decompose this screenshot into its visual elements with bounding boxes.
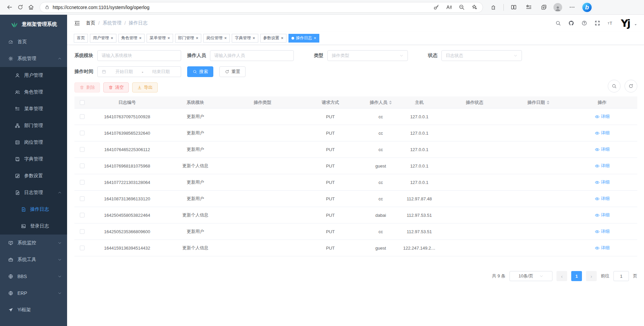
sidebar-item-日志管理[interactable]: 日志管理 [0, 184, 67, 201]
table-search-icon[interactable] [608, 80, 621, 92]
row-checkbox[interactable] [80, 246, 85, 250]
sort-desc-icon[interactable] [547, 103, 549, 106]
address-bar[interactable]: https://ccnetcore.com:1101/system/log/op… [40, 2, 483, 13]
clear-button[interactable]: 清空 [103, 82, 129, 92]
sort-desc-icon[interactable] [389, 103, 392, 106]
export-button[interactable]: 导出 [132, 82, 158, 92]
reset-button[interactable]: 重置 [219, 66, 246, 77]
search-button[interactable]: 搜索 [187, 66, 213, 77]
page-number-1[interactable]: 1 [571, 271, 582, 281]
sidebar-item-菜单管理[interactable]: 菜单管理 [0, 101, 67, 117]
close-icon[interactable]: × [224, 36, 227, 40]
sort-asc-icon[interactable] [389, 99, 392, 102]
tab-字典管理[interactable]: 字典管理× [232, 34, 258, 43]
sidebar-collapse-icon[interactable] [74, 20, 80, 26]
split-screen-icon[interactable] [508, 2, 519, 13]
user-avatar[interactable]: Yj [620, 16, 630, 30]
row-checkbox[interactable] [80, 147, 85, 152]
delete-button[interactable]: 删除 [74, 82, 100, 92]
sidebar-item-用户管理[interactable]: 用户管理 [0, 67, 67, 84]
tab-首页[interactable]: 首页 [74, 34, 88, 43]
url-text[interactable]: https://ccnetcore.com:1101/system/log/op… [53, 5, 429, 10]
detail-link[interactable]: 详细 [595, 146, 610, 152]
detail-link[interactable]: 详细 [595, 163, 610, 169]
tab-角色管理[interactable]: 角色管理× [118, 34, 145, 43]
row-checkbox[interactable] [80, 114, 85, 119]
row-checkbox[interactable] [80, 229, 85, 234]
close-icon[interactable]: × [253, 36, 255, 40]
read-aloud-icon[interactable] [445, 4, 452, 11]
sidebar-item-首页[interactable]: 首页 [0, 34, 67, 50]
close-icon[interactable]: × [196, 36, 199, 40]
sidebar-item-系统监控[interactable]: 系统监控 [0, 235, 67, 251]
tab-参数设置[interactable]: 参数设置× [260, 34, 287, 43]
collections-icon[interactable] [538, 2, 549, 13]
favorites-bar-icon[interactable] [523, 2, 534, 13]
tab-岗位管理[interactable]: 岗位管理× [203, 34, 230, 43]
tab-操作日志[interactable]: 操作日志× [288, 34, 319, 43]
detail-link[interactable]: 详细 [595, 212, 610, 218]
home-icon[interactable] [25, 2, 36, 13]
operator-input[interactable]: 请输入操作人员 [210, 50, 294, 61]
favorite-add-icon[interactable] [471, 4, 478, 11]
sidebar-item-系统工具[interactable]: 系统工具 [0, 251, 67, 268]
sidebar-item-角色管理[interactable]: 角色管理 [0, 84, 67, 101]
font-size-icon[interactable]: TT [607, 20, 614, 26]
close-icon[interactable]: × [167, 36, 170, 40]
sort-asc-icon[interactable] [547, 99, 549, 102]
sidebar-item-系统管理[interactable]: 系统管理 [0, 50, 67, 67]
detail-link[interactable]: 详细 [595, 179, 610, 185]
page-size-select[interactable]: 10条/页 [509, 271, 552, 281]
detail-link[interactable]: 详细 [595, 196, 610, 202]
row-checkbox[interactable] [80, 131, 85, 135]
app-logo[interactable]: 意框架管理系统 [0, 15, 67, 34]
close-icon[interactable]: × [111, 36, 113, 40]
close-icon[interactable]: × [139, 36, 142, 40]
select-all-checkbox[interactable] [80, 100, 85, 105]
table-refresh-icon[interactable] [625, 80, 637, 92]
fullscreen-icon[interactable] [594, 20, 601, 26]
sidebar-item-Yi框架[interactable]: Yi框架 [0, 302, 67, 318]
zoom-out-icon[interactable] [458, 4, 465, 11]
sidebar-item-字典管理[interactable]: 字典管理 [0, 151, 67, 168]
module-input[interactable]: 请输入系统模块 [97, 50, 181, 61]
sort-carets-icon[interactable] [389, 99, 392, 106]
sidebar-item-参数设置[interactable]: 参数设置 [0, 168, 67, 184]
extensions-icon[interactable] [488, 2, 499, 13]
prev-page-button[interactable]: ‹ [556, 271, 567, 281]
row-checkbox[interactable] [80, 180, 85, 185]
password-key-icon[interactable] [432, 4, 440, 11]
avatar-caret-down-icon[interactable] [634, 23, 637, 26]
row-checkbox[interactable] [80, 196, 85, 201]
browser-menu-icon[interactable] [567, 2, 577, 13]
detail-link[interactable]: 详细 [595, 245, 610, 251]
goto-page-input[interactable]: 1 [613, 271, 629, 281]
header-search-icon[interactable] [555, 20, 561, 26]
sidebar-item-BBS[interactable]: BBS [0, 268, 67, 285]
bing-chat-icon[interactable]: b [582, 2, 592, 13]
column-header-操作人员[interactable]: 操作人员 [362, 99, 399, 106]
back-icon[interactable] [4, 2, 15, 13]
refresh-icon[interactable] [15, 2, 25, 13]
close-icon[interactable]: × [281, 36, 284, 40]
sidebar-item-ERP[interactable]: ERP [0, 285, 67, 302]
tab-部门管理[interactable]: 部门管理× [175, 34, 202, 43]
detail-link[interactable]: 详细 [595, 114, 610, 120]
sidebar-item-登录日志[interactable]: 登录日志 [0, 218, 67, 235]
browser-profile-avatar[interactable] [553, 3, 562, 12]
close-icon[interactable]: × [314, 36, 316, 40]
row-checkbox[interactable] [80, 213, 85, 217]
help-icon[interactable] [581, 20, 588, 26]
type-select[interactable]: 操作类型 [327, 50, 408, 61]
tab-菜单管理[interactable]: 菜单管理× [147, 34, 173, 43]
column-header-操作日期[interactable]: 操作日期 [510, 99, 567, 106]
tab-用户管理[interactable]: 用户管理× [90, 34, 116, 43]
github-icon[interactable] [568, 20, 575, 26]
status-select[interactable]: 日志状态 [441, 50, 522, 61]
sidebar-item-部门管理[interactable]: 部门管理 [0, 117, 67, 134]
sidebar-item-操作日志[interactable]: 操作日志 [0, 201, 67, 218]
detail-link[interactable]: 详细 [595, 130, 610, 136]
date-range-input[interactable]: 开始日期 - 结束日期 [97, 66, 181, 77]
sort-carets-icon[interactable] [547, 99, 549, 106]
sidebar-item-岗位管理[interactable]: 岗位管理 [0, 134, 67, 151]
